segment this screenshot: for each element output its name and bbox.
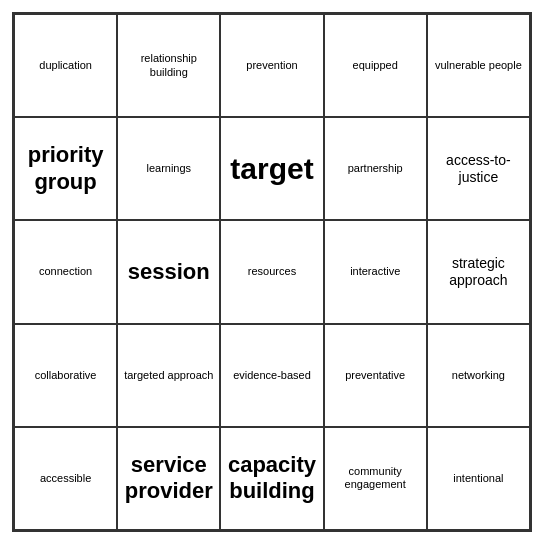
bingo-cell-r1c4: access-to-justice <box>427 117 530 220</box>
cell-text-r3c2: evidence-based <box>233 369 311 382</box>
cell-text-r2c3: interactive <box>350 265 400 278</box>
bingo-cell-r4c2: capacity building <box>220 427 323 530</box>
cell-text-r0c2: prevention <box>246 59 297 72</box>
bingo-cell-r2c4: strategic approach <box>427 220 530 323</box>
cell-text-r1c0: priority group <box>19 142 112 195</box>
cell-text-r2c1: session <box>128 259 210 285</box>
cell-text-r0c0: duplication <box>39 59 92 72</box>
bingo-grid: duplicationrelationship buildingpreventi… <box>12 12 532 532</box>
cell-text-r3c1: targeted approach <box>124 369 213 382</box>
cell-text-r4c3: community engagement <box>329 465 422 491</box>
bingo-cell-r3c0: collaborative <box>14 324 117 427</box>
bingo-cell-r0c3: equipped <box>324 14 427 117</box>
bingo-cell-r4c1: service provider <box>117 427 220 530</box>
bingo-cell-r3c4: networking <box>427 324 530 427</box>
bingo-cell-r0c2: prevention <box>220 14 323 117</box>
cell-text-r4c4: intentional <box>453 472 503 485</box>
bingo-cell-r1c2: target <box>220 117 323 220</box>
cell-text-r1c3: partnership <box>348 162 403 175</box>
bingo-cell-r0c0: duplication <box>14 14 117 117</box>
bingo-cell-r0c4: vulnerable people <box>427 14 530 117</box>
bingo-cell-r4c4: intentional <box>427 427 530 530</box>
bingo-cell-r2c0: connection <box>14 220 117 323</box>
cell-text-r2c4: strategic approach <box>432 255 525 289</box>
bingo-cell-r3c1: targeted approach <box>117 324 220 427</box>
cell-text-r3c4: networking <box>452 369 505 382</box>
bingo-cell-r4c0: accessible <box>14 427 117 530</box>
bingo-cell-r3c3: preventative <box>324 324 427 427</box>
bingo-cell-r2c2: resources <box>220 220 323 323</box>
bingo-cell-r2c3: interactive <box>324 220 427 323</box>
cell-text-r4c1: service provider <box>122 452 215 505</box>
cell-text-r2c2: resources <box>248 265 296 278</box>
cell-text-r0c1: relationship building <box>122 52 215 78</box>
cell-text-r4c2: capacity building <box>225 452 318 505</box>
cell-text-r0c3: equipped <box>353 59 398 72</box>
bingo-cell-r2c1: session <box>117 220 220 323</box>
cell-text-r1c2: target <box>230 151 313 187</box>
cell-text-r0c4: vulnerable people <box>435 59 522 72</box>
cell-text-r1c4: access-to-justice <box>432 152 525 186</box>
bingo-cell-r1c0: priority group <box>14 117 117 220</box>
bingo-cell-r0c1: relationship building <box>117 14 220 117</box>
cell-text-r3c0: collaborative <box>35 369 97 382</box>
bingo-cell-r3c2: evidence-based <box>220 324 323 427</box>
bingo-cell-r1c3: partnership <box>324 117 427 220</box>
cell-text-r4c0: accessible <box>40 472 91 485</box>
bingo-cell-r4c3: community engagement <box>324 427 427 530</box>
cell-text-r3c3: preventative <box>345 369 405 382</box>
bingo-cell-r1c1: learnings <box>117 117 220 220</box>
cell-text-r1c1: learnings <box>146 162 191 175</box>
cell-text-r2c0: connection <box>39 265 92 278</box>
